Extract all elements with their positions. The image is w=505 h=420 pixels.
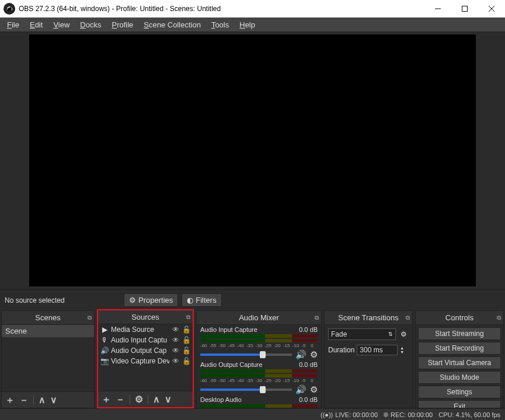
cpu-text: CPU: 4.1%, 60.00 fps — [438, 411, 500, 418]
window-title: OBS 27.2.3 (64-bit, windows) - Profile: … — [19, 5, 424, 13]
popout-icon[interactable]: ⧉ — [315, 314, 319, 321]
menu-tools[interactable]: Tools — [207, 19, 234, 30]
studio-mode-button[interactable]: Studio Mode — [418, 371, 501, 384]
start-streaming-button[interactable]: Start Streaming — [418, 327, 501, 340]
statusbar: ((●)) LIVE: 00:00:00 REC: 00:00:00 CPU: … — [0, 408, 505, 420]
sources-footer: ＋ － ⚙ ∧ ∨ — [98, 391, 193, 407]
scenes-dock: Scenes ⧉ Scene ＋ － ∧ ∨ — [1, 310, 95, 408]
transition-settings-button[interactable]: ⚙ — [398, 329, 409, 340]
add-scene-button[interactable]: ＋ — [5, 396, 15, 405]
rec-status: REC: 00:00:00 — [384, 411, 433, 418]
separator — [148, 395, 148, 404]
visibility-toggle[interactable]: 👁 — [172, 346, 180, 355]
controls-dock: Controls ⧉ Start Streaming Start Recordi… — [415, 310, 504, 408]
source-label: Media Source — [111, 326, 169, 334]
meter-ticks: -60-55-50-45-40-35-30-25-20-15-10-50 — [200, 378, 318, 383]
channel-settings-button[interactable]: ⚙ — [310, 384, 318, 395]
sources-dock: Sources ⧉ ▶ Media Source 👁 🔓 🎙 Audio Inp… — [97, 309, 194, 408]
move-scene-down-button[interactable]: ∨ — [50, 396, 57, 405]
minimize-button[interactable] — [424, 0, 451, 18]
move-source-down-button[interactable]: ∨ — [165, 395, 172, 404]
transition-select[interactable]: Fade ⇅ — [328, 328, 396, 340]
audio-mixer-dock: Audio Mixer ⧉ Audio Input Capture 0.0 dB… — [196, 310, 322, 408]
duration-input[interactable]: 300 ms — [357, 345, 398, 355]
scenes-list[interactable]: Scene — [2, 325, 94, 391]
source-item-audio-input[interactable]: 🎙 Audio Input Captu 👁 🔓 — [98, 335, 193, 345]
remove-source-button[interactable]: － — [116, 395, 125, 404]
broadcast-icon: ((●)) — [321, 411, 333, 418]
properties-button[interactable]: ⚙ Properties — [124, 293, 178, 307]
remove-scene-button[interactable]: － — [19, 396, 29, 405]
channel-db: 0.0 dB — [299, 326, 318, 333]
move-scene-up-button[interactable]: ∧ — [39, 396, 46, 405]
menu-edit[interactable]: Edit — [25, 19, 47, 30]
popout-icon[interactable]: ⧉ — [406, 314, 410, 321]
visibility-toggle[interactable]: 👁 — [172, 326, 180, 334]
record-dot-icon — [384, 412, 388, 417]
mixer-header: Audio Mixer ⧉ — [197, 311, 321, 325]
close-button[interactable] — [478, 0, 505, 18]
filters-button[interactable]: ◐ Filters — [182, 293, 221, 307]
source-item-video-capture[interactable]: 📷 Video Capture Dev 👁 🔓 — [98, 356, 193, 366]
menu-profile[interactable]: Profile — [107, 19, 138, 30]
source-label: Audio Output Cap — [111, 346, 169, 355]
live-status: ((●)) LIVE: 00:00:00 — [321, 411, 378, 418]
chevron-up-down-icon: ⇅ — [388, 331, 393, 337]
menu-scene-collection[interactable]: Scene Collection — [139, 19, 206, 30]
menu-file[interactable]: File — [2, 19, 24, 30]
popout-icon[interactable]: ⧉ — [497, 314, 501, 321]
menu-view[interactable]: View — [48, 19, 74, 30]
filters-label: Filters — [196, 296, 216, 304]
scene-item[interactable]: Scene — [2, 325, 94, 337]
audio-meter — [200, 374, 318, 377]
source-label: Video Capture Dev — [111, 357, 169, 365]
sources-list[interactable]: ▶ Media Source 👁 🔓 🎙 Audio Input Captu 👁… — [98, 324, 193, 391]
volume-slider[interactable] — [200, 354, 292, 356]
mute-button[interactable]: 🔊 — [295, 384, 307, 395]
settings-button[interactable]: Settings — [418, 386, 501, 398]
sources-header: Sources ⧉ — [98, 310, 193, 324]
popout-icon[interactable]: ⧉ — [186, 314, 190, 321]
menu-docks[interactable]: Docks — [75, 19, 106, 30]
start-virtual-camera-button[interactable]: Start Virtual Camera — [418, 356, 501, 369]
duration-label: Duration — [328, 346, 354, 354]
exit-button[interactable]: Exit — [418, 400, 501, 408]
source-item-audio-output[interactable]: 🔊 Audio Output Cap 👁 🔓 — [98, 345, 193, 356]
lock-toggle[interactable]: 🔓 — [182, 357, 190, 365]
mixer-body: Audio Input Capture 0.0 dB -60-55-50-45-… — [197, 325, 321, 408]
maximize-button[interactable] — [451, 0, 478, 18]
popout-icon[interactable]: ⧉ — [88, 314, 92, 321]
source-item-media[interactable]: ▶ Media Source 👁 🔓 — [98, 324, 193, 335]
transitions-title: Scene Transitions — [338, 313, 398, 322]
menubar: File Edit View Docks Profile Scene Colle… — [0, 18, 505, 32]
source-properties-button[interactable]: ⚙ — [135, 395, 143, 404]
controls-body: Start Streaming Start Recording Start Vi… — [416, 325, 503, 408]
visibility-toggle[interactable]: 👁 — [172, 336, 180, 344]
separator — [130, 395, 130, 404]
lock-toggle[interactable]: 🔓 — [182, 326, 190, 334]
mixer-channel-desktop: Desktop Audio 0.0 dB — [200, 396, 318, 408]
docks-row: Scenes ⧉ Scene ＋ － ∧ ∨ Sources ⧉ ▶ Media… — [0, 310, 505, 408]
transition-value: Fade — [331, 330, 347, 338]
sources-title: Sources — [131, 313, 159, 321]
controls-header: Controls ⧉ — [416, 311, 503, 325]
lock-toggle[interactable]: 🔓 — [182, 336, 190, 344]
mute-button[interactable]: 🔊 — [295, 349, 307, 360]
mixer-title: Audio Mixer — [239, 313, 279, 322]
lock-toggle[interactable]: 🔓 — [182, 346, 190, 355]
transitions-header: Scene Transitions ⧉ — [325, 311, 412, 325]
volume-slider[interactable] — [200, 388, 292, 391]
properties-label: Properties — [138, 296, 173, 304]
channel-name: Audio Output Capture — [200, 361, 262, 368]
channel-db: 0.0 dB — [299, 361, 318, 368]
source-toolbar: No source selected ⚙ Properties ◐ Filter… — [0, 289, 505, 310]
add-source-button[interactable]: ＋ — [102, 395, 111, 404]
channel-settings-button[interactable]: ⚙ — [310, 349, 318, 360]
preview-canvas[interactable] — [29, 34, 476, 286]
duration-spinner[interactable]: ▲▼ — [400, 346, 404, 354]
start-recording-button[interactable]: Start Recording — [418, 342, 501, 355]
filters-icon: ◐ — [187, 296, 193, 304]
visibility-toggle[interactable]: 👁 — [172, 357, 180, 365]
menu-help[interactable]: Help — [235, 19, 260, 30]
move-source-up-button[interactable]: ∧ — [153, 395, 160, 404]
